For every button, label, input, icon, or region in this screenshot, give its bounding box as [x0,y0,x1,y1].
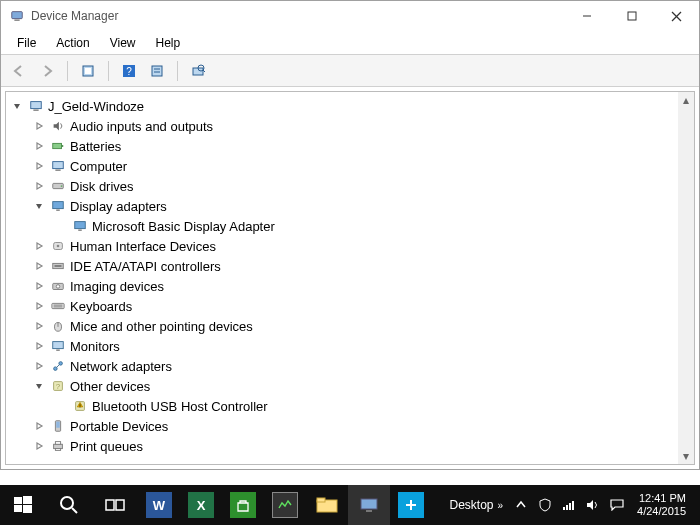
tree-category[interactable]: Network adapters [10,356,678,376]
expand-toggle-icon[interactable] [32,339,46,353]
tree-device[interactable]: Bluetooth USB Host Controller [10,396,678,416]
tree-category[interactable]: Display adapters [10,196,678,216]
tree-category-label: Portable Devices [70,419,168,434]
tree-category[interactable]: Keyboards [10,296,678,316]
svg-rect-57 [23,505,32,513]
scroll-up-button[interactable]: ▴ [678,92,694,108]
expand-toggle-icon[interactable] [32,419,46,433]
scan-hardware-button[interactable] [186,59,210,83]
warn-icon [72,398,88,414]
close-button[interactable] [654,1,699,31]
taskbar[interactable]: W X Desktop » 12:41 PM 4/24/2015 [0,485,700,525]
tray-security-icon[interactable] [533,485,557,525]
menu-view[interactable]: View [102,34,144,52]
expand-toggle-icon[interactable] [32,379,46,393]
expand-toggle-icon[interactable] [32,239,46,253]
properties-button[interactable] [145,59,169,83]
expand-toggle-icon[interactable] [32,319,46,333]
svg-rect-20 [53,162,64,169]
svg-rect-25 [56,210,60,211]
minimize-button[interactable] [564,1,609,31]
expand-toggle-icon[interactable] [32,199,46,213]
tree-category[interactable]: Audio inputs and outputs [10,116,678,136]
hid-icon [50,238,66,254]
tree-category[interactable]: Monitors [10,336,678,356]
tray-volume-icon[interactable] [581,485,605,525]
tree-category[interactable]: Mice and other pointing devices [10,316,678,336]
tray-action-center-icon[interactable] [605,485,629,525]
tree-category[interactable]: Portable Devices [10,416,678,436]
svg-rect-24 [53,202,64,209]
expand-toggle-icon[interactable] [32,439,46,453]
taskbar-app-word[interactable]: W [138,485,180,525]
expand-toggle-icon[interactable] [10,99,24,113]
tree-category[interactable]: ? Other devices [10,376,678,396]
help-button[interactable]: ? [117,59,141,83]
tree-category[interactable]: Imaging devices [10,276,678,296]
menu-help[interactable]: Help [148,34,189,52]
desktop-toolbar[interactable]: Desktop » [443,498,509,512]
tree-category[interactable]: IDE ATA/ATAPI controllers [10,256,678,276]
expand-toggle-icon[interactable] [32,139,46,153]
tree-category[interactable]: Computer [10,156,678,176]
expand-toggle-icon[interactable] [32,179,46,193]
menu-action[interactable]: Action [48,34,97,52]
tray-overflow-button[interactable] [509,485,533,525]
taskbar-app-store[interactable] [222,485,264,525]
tree-device-label: Bluetooth USB Host Controller [92,399,268,414]
search-button[interactable] [46,485,92,525]
monitor-icon [50,338,66,354]
tree-category-label: IDE ATA/ATAPI controllers [70,259,221,274]
svg-rect-56 [14,505,22,512]
tree-device[interactable]: Microsoft Basic Display Adapter [10,216,678,236]
scroll-down-button[interactable]: ▾ [678,448,694,464]
svg-rect-10 [152,66,162,76]
device-tree[interactable]: J_Geld-Windoze Audio inputs and outputs … [6,92,678,464]
expand-toggle-icon[interactable] [32,159,46,173]
svg-text:?: ? [126,66,132,77]
tree-category-label: Print queues [70,439,143,454]
titlebar[interactable]: Device Manager [1,1,699,31]
tree-category[interactable]: Batteries [10,136,678,156]
tree-category[interactable]: Human Interface Devices [10,236,678,256]
audio-icon [50,118,66,134]
taskbar-app-excel[interactable]: X [180,485,222,525]
imaging-icon [50,278,66,294]
forward-button[interactable] [35,59,59,83]
svg-rect-31 [55,265,62,267]
taskbar-app-file-explorer[interactable] [306,485,348,525]
taskbar-app-task-manager[interactable] [264,485,306,525]
show-hidden-button[interactable] [76,59,100,83]
svg-rect-0 [12,12,23,19]
expand-toggle-icon[interactable] [32,279,46,293]
svg-rect-40 [56,350,60,351]
svg-rect-51 [54,444,63,448]
svg-rect-26 [75,222,86,229]
expand-toggle-icon[interactable] [32,259,46,273]
svg-point-58 [61,497,73,509]
expand-toggle-icon[interactable] [32,119,46,133]
task-view-button[interactable] [92,485,138,525]
svg-point-42 [59,362,63,366]
svg-point-23 [61,185,63,187]
menu-file[interactable]: File [9,34,44,52]
tree-root[interactable]: J_Geld-Windoze [10,96,678,116]
tree-category[interactable]: Print queues [10,436,678,456]
svg-line-43 [57,365,60,368]
svg-rect-70 [569,503,571,510]
svg-rect-27 [78,230,82,231]
expand-toggle-icon[interactable] [32,299,46,313]
vertical-scrollbar[interactable]: ▴ ▾ [678,92,694,464]
start-button[interactable] [0,485,46,525]
tree-category[interactable]: Disk drives [10,176,678,196]
maximize-button[interactable] [609,1,654,31]
tree-device-label: Microsoft Basic Display Adapter [92,219,275,234]
tray-network-icon[interactable] [557,485,581,525]
svg-rect-47 [80,404,81,406]
taskbar-app-settings[interactable] [390,485,432,525]
svg-text:?: ? [56,382,61,391]
back-button[interactable] [7,59,31,83]
expand-toggle-icon[interactable] [32,359,46,373]
taskbar-clock[interactable]: 12:41 PM 4/24/2015 [629,492,694,518]
taskbar-app-device-manager[interactable] [348,485,390,525]
